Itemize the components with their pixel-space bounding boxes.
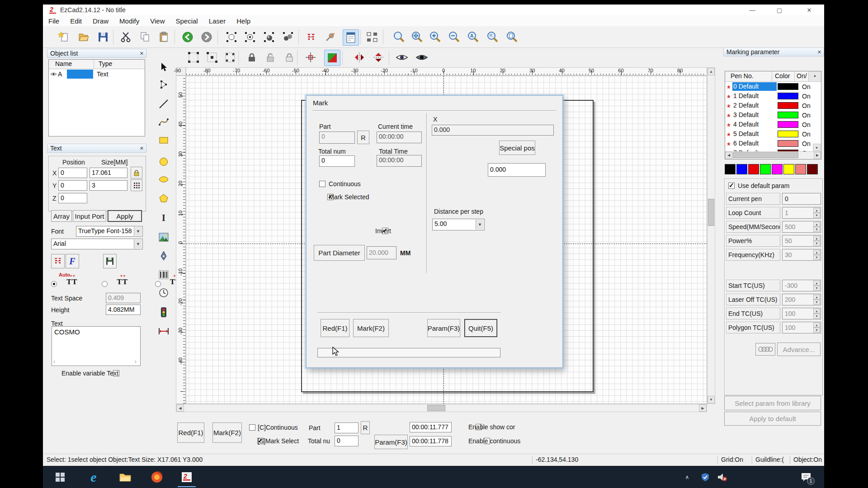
param-value-field[interactable]: 30 [782, 249, 821, 261]
text-panel-close-icon[interactable] [140, 145, 144, 151]
menu-help[interactable]: Help [231, 16, 256, 26]
color-swatch[interactable] [807, 164, 818, 174]
mark-f2-button[interactable]: Mark(F2) [353, 319, 389, 337]
pen-row[interactable]: *4 DefaultOn [725, 120, 821, 129]
maximize-button[interactable]: ▢ [772, 5, 787, 15]
zoom-out-icon[interactable] [447, 29, 462, 45]
pen-row[interactable]: *5 DefaultOn [725, 129, 821, 139]
bottom-total-field[interactable]: 0 [335, 436, 359, 446]
lock-icon[interactable] [244, 50, 259, 65]
continuous-checkbox[interactable] [319, 181, 326, 187]
scroll-left-icon[interactable]: ‹ [53, 358, 55, 365]
scroll-right-icon[interactable]: › [135, 358, 137, 365]
menu-edit[interactable]: Edit [65, 16, 87, 26]
part-count-field[interactable]: 0 [319, 131, 355, 144]
menu-view[interactable]: View [145, 16, 170, 26]
column-on[interactable]: On/ [795, 71, 808, 81]
x-coord-field[interactable]: 0.000 [432, 125, 554, 136]
param-value-field[interactable]: 500 [782, 221, 821, 233]
pen-scroll-down-icon[interactable]: ▼ [813, 144, 821, 151]
use-default-checkbox[interactable] [728, 183, 735, 189]
part-diameter-field[interactable]: 20.000 [367, 246, 396, 259]
back-icon[interactable] [180, 29, 195, 45]
hatch-icon[interactable]: H [303, 29, 319, 45]
pen-on-state[interactable]: On [798, 83, 811, 90]
param-value-field[interactable]: 200 [782, 294, 821, 305]
pen-name[interactable]: 1 Default [732, 92, 777, 100]
vector-file-tool[interactable] [157, 249, 170, 263]
part-reset-button[interactable]: R [357, 131, 369, 144]
spinner[interactable] [813, 281, 820, 291]
notification-icon[interactable]: 1 [797, 468, 815, 486]
color-swatch[interactable] [760, 164, 771, 174]
bottom-red-button[interactable]: Red(F1) [177, 422, 204, 443]
text-content-area[interactable]: COSMO ‹ › [52, 326, 141, 366]
pen-on-state[interactable]: On [798, 140, 811, 147]
forward-icon[interactable] [199, 29, 214, 45]
height-field[interactable]: 4.082MM [106, 305, 141, 315]
object-list-header[interactable]: Object list [47, 49, 146, 58]
color-swatch[interactable] [795, 164, 806, 174]
lock-all-icon[interactable] [282, 50, 297, 65]
tools-icon[interactable] [322, 29, 338, 45]
menu-modify[interactable]: Modify [114, 16, 145, 26]
chevron-down-icon[interactable] [476, 220, 484, 230]
file-explorer-icon[interactable] [116, 468, 134, 486]
anchor-grid-button[interactable] [131, 179, 142, 191]
open-icon[interactable] [76, 29, 91, 45]
x-position-field[interactable]: 0 [58, 168, 87, 178]
origin-icon[interactable] [303, 50, 318, 65]
chevron-down-icon[interactable] [134, 239, 142, 249]
font-style-button[interactable]: F [66, 254, 79, 268]
y-size-field[interactable]: 3 [90, 180, 127, 191]
bottom-part-field[interactable]: 1 [335, 422, 359, 433]
text-tool[interactable]: I [157, 211, 170, 225]
hatch-button[interactable]: H [51, 254, 65, 268]
pen-name[interactable]: 5 Default [732, 130, 777, 138]
spinner[interactable] [813, 323, 820, 333]
volume-muted-icon[interactable] [715, 468, 730, 486]
y-position-field[interactable]: 0 [58, 180, 87, 191]
status-grid[interactable]: Grid:On [721, 456, 743, 463]
object-list-close-icon[interactable] [140, 51, 144, 56]
pen-scroll-up-icon[interactable]: ▲ [808, 71, 821, 81]
copy-icon[interactable] [137, 29, 153, 45]
marking-panel-close-icon[interactable] [817, 49, 821, 55]
spinner[interactable] [813, 236, 820, 246]
circle-tool[interactable] [157, 155, 170, 169]
color-swatch[interactable] [783, 164, 794, 174]
text-space-field[interactable]: 0.409 [106, 293, 141, 303]
preview-eye-icon[interactable] [394, 50, 410, 65]
timer-tool[interactable] [157, 286, 170, 300]
browser-icon[interactable] [148, 468, 166, 486]
close-button[interactable]: ✕ [802, 5, 817, 15]
pen-on-state[interactable]: On [798, 93, 811, 100]
properties-panel-icon[interactable] [343, 29, 359, 46]
status-guildline[interactable]: Guildline:( [755, 456, 784, 463]
io-port-tool[interactable] [157, 305, 170, 319]
param-value-field[interactable]: 0 [782, 193, 821, 205]
pen-on-state[interactable]: On [798, 102, 811, 109]
column-type[interactable]: Type [94, 60, 145, 69]
line-tool[interactable] [157, 97, 170, 111]
spacing-char-radio[interactable] [102, 281, 108, 287]
pen-name[interactable]: 2 Default [732, 101, 777, 110]
spinner[interactable] [813, 208, 820, 218]
mirror-vertical-icon[interactable] [371, 50, 386, 65]
pen-row[interactable]: *1 DefaultOn [725, 91, 821, 101]
apply-button[interactable]: Apply [108, 210, 142, 222]
chevron-down-icon[interactable] [134, 227, 142, 236]
param-value-field[interactable]: 1 [782, 207, 821, 219]
bottom-param-button[interactable]: Param(F3) [374, 435, 408, 449]
color-swatch[interactable] [772, 164, 783, 174]
red-f1-button[interactable]: Red(F1) [321, 319, 349, 337]
select-param-button[interactable]: Select param from library [724, 396, 821, 410]
color-swatch[interactable] [725, 164, 736, 174]
pen-color-chip[interactable] [778, 102, 798, 109]
z-position-field[interactable]: 0 [58, 193, 87, 203]
pen-name[interactable]: 6 Default [732, 139, 777, 148]
color-swatch[interactable] [748, 164, 759, 174]
spinner[interactable] [813, 250, 820, 260]
tray-shield-icon[interactable] [698, 468, 713, 486]
param-value-field[interactable]: 100 [782, 308, 821, 319]
